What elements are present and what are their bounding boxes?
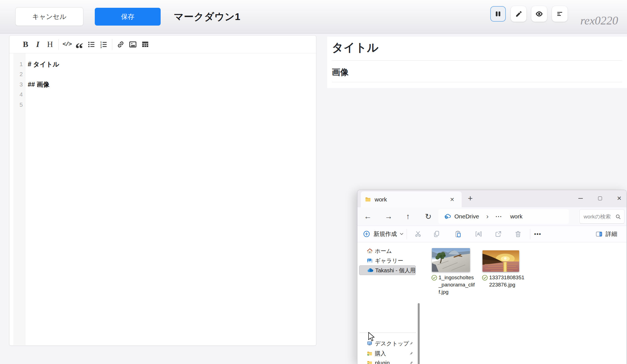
sidebar-plugin-label: plugin <box>375 358 390 364</box>
search-input[interactable]: workの検索 <box>579 209 624 224</box>
explorer-tab-work[interactable]: work ✕ <box>361 191 462 207</box>
close-icon: ✕ <box>617 195 622 202</box>
cancel-button[interactable]: キャンセル <box>15 7 83 26</box>
sidebar-desktop-label: デスクトップ <box>375 339 409 348</box>
share-icon <box>494 230 502 238</box>
image-button[interactable] <box>128 39 138 50</box>
copy-button[interactable] <box>431 228 442 240</box>
cut-button[interactable] <box>412 228 424 240</box>
italic-button[interactable]: I <box>33 39 43 50</box>
breadcrumb-collapsed[interactable]: ⋯ <box>495 213 502 220</box>
split-view-button[interactable] <box>490 6 506 22</box>
line-number: 3 <box>13 79 25 89</box>
breadcrumb-current[interactable]: work <box>510 213 522 220</box>
outline-button[interactable] <box>552 6 568 22</box>
chevron-down-icon <box>400 233 404 235</box>
pin-icon <box>409 360 414 364</box>
editor-textarea[interactable]: # タイトル ## 画像 <box>28 53 316 345</box>
editor-line <box>28 69 316 79</box>
details-pane-icon <box>595 230 603 238</box>
breadcrumb-onedrive[interactable]: OneDrive <box>454 213 479 220</box>
sidebar-item-gallery[interactable]: ギャラリー <box>357 256 417 266</box>
blockquote-button[interactable]: “ <box>74 39 84 50</box>
bullet-list-button[interactable] <box>86 39 96 50</box>
code-button[interactable]: </> <box>62 39 72 50</box>
editor-line: ## 画像 <box>28 79 316 89</box>
new-item-button[interactable]: 新規作成 <box>363 226 404 242</box>
bold-button[interactable]: B <box>21 39 31 50</box>
file-thumbnail-sunset <box>482 250 519 272</box>
share-button[interactable] <box>493 228 504 240</box>
table-button[interactable] <box>140 39 150 50</box>
onedrive-cloud-icon <box>367 267 374 274</box>
sidebar-onedrive-label: Takashi - 個人用 <box>375 266 416 275</box>
screen: キャンセル 保存 マークダウン1 <box>0 0 627 364</box>
search-icon <box>615 214 621 220</box>
sidebar-item-plugin[interactable]: plugin <box>357 358 417 364</box>
sidebar-item-home[interactable]: ホーム <box>357 246 417 256</box>
paste-button[interactable] <box>452 228 464 240</box>
minimize-icon <box>578 198 583 199</box>
link-icon <box>117 41 125 48</box>
refresh-button[interactable]: ↻ <box>423 211 434 222</box>
file-name-line: _panorama_clif <box>439 281 476 288</box>
sidebar-item-desktop[interactable]: デスクトップ <box>357 339 417 348</box>
username-label: rex0220 <box>580 14 618 27</box>
file-name-line: 133731808351 <box>489 274 527 281</box>
app-topbar: キャンセル 保存 マークダウン1 <box>0 0 627 34</box>
gallery-icon <box>367 258 373 264</box>
pause-split-icon <box>494 10 502 18</box>
close-window-button[interactable]: ✕ <box>613 192 626 205</box>
delete-button[interactable] <box>512 228 524 240</box>
explorer-navbar: ← → ↑ ↻ OneDrive › ⋯ work workの検索 <box>357 207 626 226</box>
onedrive-icon <box>444 213 451 220</box>
editor-toolbar: B I H </> “ 1 2 3 <box>9 36 316 53</box>
file-thumbnail-cliff <box>432 248 470 272</box>
sidebar-home-label: ホーム <box>375 246 392 256</box>
file-name-line: 1_ingoscholtes <box>439 274 476 281</box>
back-button[interactable]: ← <box>362 211 373 222</box>
sync-check-icon <box>482 275 488 281</box>
more-options-button[interactable]: ••• <box>534 226 541 242</box>
toolbar-divider <box>58 39 59 50</box>
numbered-list-button[interactable]: 1 2 3 <box>99 39 109 50</box>
paste-icon <box>454 230 462 238</box>
tab-title: work <box>375 191 387 207</box>
tab-close-button[interactable]: ✕ <box>448 195 456 204</box>
sidebar-item-onedrive[interactable]: Takashi - 個人用 <box>359 265 416 275</box>
markdown-editor-panel: B I H </> “ 1 2 3 <box>9 35 316 346</box>
line-number: 1 <box>13 59 25 69</box>
scissors-icon <box>414 230 422 238</box>
home-icon <box>367 248 373 254</box>
sidebar-scrollbar[interactable] <box>418 303 420 364</box>
bullet-list-icon <box>87 40 96 49</box>
forward-button[interactable]: → <box>383 211 394 222</box>
pencil-icon <box>515 10 522 18</box>
up-button[interactable]: ↑ <box>402 211 414 222</box>
pin-icon <box>409 351 414 356</box>
edit-mode-button[interactable] <box>511 6 526 22</box>
file-name: 133731808351 223876.jpg <box>482 274 527 288</box>
document-title: マークダウン1 <box>174 0 241 34</box>
markdown-preview-panel: タイトル 画像 <box>327 37 627 88</box>
heading-button[interactable]: H <box>45 39 55 50</box>
copy-icon <box>433 230 441 238</box>
save-button[interactable]: 保存 <box>95 8 161 26</box>
toolbar-divider <box>112 39 112 50</box>
details-pane-button[interactable]: 詳細 <box>595 226 617 242</box>
minimize-button[interactable] <box>574 192 587 205</box>
maximize-button[interactable] <box>594 192 606 205</box>
search-placeholder: workの検索 <box>584 210 615 224</box>
rename-button[interactable] <box>473 228 484 240</box>
new-tab-button[interactable]: + <box>465 193 475 203</box>
link-button[interactable] <box>116 39 126 50</box>
sidebar-item-kounyuu[interactable]: 購入 <box>357 349 417 358</box>
file-name-line: f.jpg <box>439 288 476 296</box>
address-bar[interactable]: OneDrive › ⋯ work <box>438 209 569 224</box>
toolbar-divider <box>407 229 407 239</box>
file-name-line: 223876.jpg <box>489 281 527 288</box>
image-icon <box>129 40 137 49</box>
sidebar-kounyuu-label: 購入 <box>375 349 386 358</box>
file-name: 1_ingoscholtes _panorama_clif f.jpg <box>432 274 476 296</box>
preview-mode-button[interactable] <box>531 6 547 22</box>
